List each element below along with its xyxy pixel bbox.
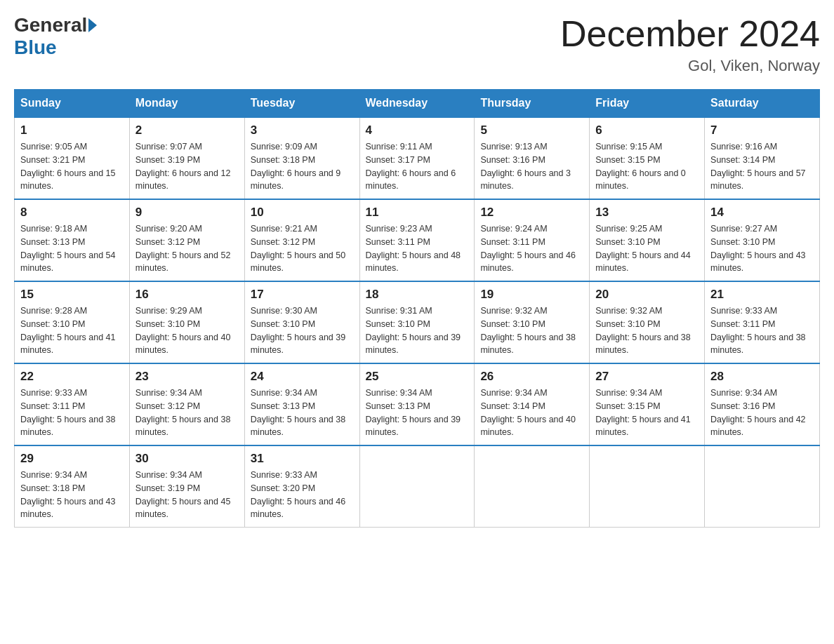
col-sunday: Sunday: [15, 90, 130, 118]
calendar-cell: 26Sunrise: 9:34 AMSunset: 3:14 PMDayligh…: [475, 363, 590, 445]
day-info: Sunrise: 9:34 AMSunset: 3:15 PMDaylight:…: [595, 387, 699, 439]
day-info: Sunrise: 9:31 AMSunset: 3:10 PMDaylight:…: [366, 304, 469, 357]
calendar-cell: [705, 445, 820, 528]
day-info: Sunrise: 9:07 AMSunset: 3:19 PMDaylight:…: [135, 140, 239, 193]
col-saturday: Saturday: [705, 90, 820, 118]
calendar-cell: 31Sunrise: 9:33 AMSunset: 3:20 PMDayligh…: [244, 445, 359, 528]
calendar-cell: 25Sunrise: 9:34 AMSunset: 3:13 PMDayligh…: [359, 363, 475, 445]
day-number: 12: [480, 206, 583, 220]
calendar-cell: 7Sunrise: 9:16 AMSunset: 3:14 PMDaylight…: [705, 117, 820, 199]
calendar-cell: [359, 445, 475, 528]
day-number: 15: [20, 288, 124, 302]
calendar-cell: 14Sunrise: 9:27 AMSunset: 3:10 PMDayligh…: [705, 199, 820, 281]
col-friday: Friday: [590, 90, 705, 118]
day-number: 26: [480, 370, 583, 384]
day-info: Sunrise: 9:13 AMSunset: 3:16 PMDaylight:…: [480, 140, 583, 193]
calendar-cell: 3Sunrise: 9:09 AMSunset: 3:18 PMDaylight…: [244, 117, 359, 199]
calendar-cell: 28Sunrise: 9:34 AMSunset: 3:16 PMDayligh…: [705, 363, 820, 445]
day-number: 25: [366, 370, 469, 384]
day-number: 19: [480, 288, 583, 302]
calendar-cell: 22Sunrise: 9:33 AMSunset: 3:11 PMDayligh…: [15, 363, 130, 445]
day-number: 17: [251, 288, 354, 302]
day-info: Sunrise: 9:30 AMSunset: 3:10 PMDaylight:…: [251, 304, 354, 357]
day-number: 7: [710, 123, 814, 137]
col-monday: Monday: [129, 90, 244, 118]
calendar-cell: 10Sunrise: 9:21 AMSunset: 3:12 PMDayligh…: [244, 199, 359, 281]
week-row-2: 8Sunrise: 9:18 AMSunset: 3:13 PMDaylight…: [15, 199, 820, 281]
day-info: Sunrise: 9:15 AMSunset: 3:15 PMDaylight:…: [595, 140, 699, 193]
week-row-4: 22Sunrise: 9:33 AMSunset: 3:11 PMDayligh…: [15, 363, 820, 445]
calendar-cell: 15Sunrise: 9:28 AMSunset: 3:10 PMDayligh…: [15, 281, 130, 363]
calendar-cell: 1Sunrise: 9:05 AMSunset: 3:21 PMDaylight…: [15, 117, 130, 199]
day-number: 30: [135, 452, 239, 466]
week-row-1: 1Sunrise: 9:05 AMSunset: 3:21 PMDaylight…: [15, 117, 820, 199]
day-number: 11: [366, 206, 469, 220]
calendar-cell: 16Sunrise: 9:29 AMSunset: 3:10 PMDayligh…: [129, 281, 244, 363]
logo-arrow-icon: [88, 18, 97, 32]
calendar-cell: 6Sunrise: 9:15 AMSunset: 3:15 PMDaylight…: [590, 117, 705, 199]
day-info: Sunrise: 9:23 AMSunset: 3:11 PMDaylight:…: [366, 222, 469, 275]
day-number: 23: [135, 370, 239, 384]
calendar-cell: [590, 445, 705, 528]
col-tuesday: Tuesday: [244, 90, 359, 118]
day-number: 9: [135, 206, 239, 220]
calendar-cell: 18Sunrise: 9:31 AMSunset: 3:10 PMDayligh…: [359, 281, 475, 363]
calendar-cell: 29Sunrise: 9:34 AMSunset: 3:18 PMDayligh…: [15, 445, 130, 528]
day-info: Sunrise: 9:33 AMSunset: 3:11 PMDaylight:…: [20, 387, 124, 439]
day-info: Sunrise: 9:18 AMSunset: 3:13 PMDaylight:…: [20, 222, 124, 275]
day-number: 27: [595, 370, 699, 384]
calendar-cell: 9Sunrise: 9:20 AMSunset: 3:12 PMDaylight…: [129, 199, 244, 281]
calendar-cell: 13Sunrise: 9:25 AMSunset: 3:10 PMDayligh…: [590, 199, 705, 281]
day-info: Sunrise: 9:33 AMSunset: 3:11 PMDaylight:…: [710, 304, 814, 357]
logo: General Blue: [14, 14, 98, 59]
day-info: Sunrise: 9:27 AMSunset: 3:10 PMDaylight:…: [710, 222, 814, 275]
month-title: December 2024: [560, 14, 820, 54]
day-number: 14: [710, 206, 814, 220]
calendar-cell: 21Sunrise: 9:33 AMSunset: 3:11 PMDayligh…: [705, 281, 820, 363]
day-info: Sunrise: 9:11 AMSunset: 3:17 PMDaylight:…: [366, 140, 469, 193]
day-info: Sunrise: 9:34 AMSunset: 3:13 PMDaylight:…: [366, 387, 469, 439]
location: Gol, Viken, Norway: [560, 57, 820, 75]
day-info: Sunrise: 9:34 AMSunset: 3:19 PMDaylight:…: [135, 469, 239, 521]
day-info: Sunrise: 9:34 AMSunset: 3:16 PMDaylight:…: [710, 387, 814, 439]
day-info: Sunrise: 9:16 AMSunset: 3:14 PMDaylight:…: [710, 140, 814, 193]
week-row-3: 15Sunrise: 9:28 AMSunset: 3:10 PMDayligh…: [15, 281, 820, 363]
day-number: 18: [366, 288, 469, 302]
day-number: 20: [595, 288, 699, 302]
day-info: Sunrise: 9:09 AMSunset: 3:18 PMDaylight:…: [251, 140, 354, 193]
day-number: 3: [251, 123, 354, 137]
day-info: Sunrise: 9:34 AMSunset: 3:14 PMDaylight:…: [480, 387, 583, 439]
title-block: December 2024 Gol, Viken, Norway: [560, 14, 820, 75]
day-info: Sunrise: 9:05 AMSunset: 3:21 PMDaylight:…: [20, 140, 124, 193]
day-number: 8: [20, 206, 124, 220]
day-number: 16: [135, 288, 239, 302]
logo-general-text: General: [14, 14, 87, 36]
day-info: Sunrise: 9:34 AMSunset: 3:13 PMDaylight:…: [251, 387, 354, 439]
day-number: 13: [595, 206, 699, 220]
calendar-cell: 23Sunrise: 9:34 AMSunset: 3:12 PMDayligh…: [129, 363, 244, 445]
day-number: 28: [710, 370, 814, 384]
day-info: Sunrise: 9:20 AMSunset: 3:12 PMDaylight:…: [135, 222, 239, 275]
day-info: Sunrise: 9:25 AMSunset: 3:10 PMDaylight:…: [595, 222, 699, 275]
page-header: General Blue December 2024 Gol, Viken, N…: [14, 14, 820, 75]
calendar-cell: 4Sunrise: 9:11 AMSunset: 3:17 PMDaylight…: [359, 117, 475, 199]
calendar-cell: 24Sunrise: 9:34 AMSunset: 3:13 PMDayligh…: [244, 363, 359, 445]
col-thursday: Thursday: [475, 90, 590, 118]
calendar-cell: 30Sunrise: 9:34 AMSunset: 3:19 PMDayligh…: [129, 445, 244, 528]
day-info: Sunrise: 9:34 AMSunset: 3:18 PMDaylight:…: [20, 469, 124, 521]
calendar-cell: 19Sunrise: 9:32 AMSunset: 3:10 PMDayligh…: [475, 281, 590, 363]
day-info: Sunrise: 9:34 AMSunset: 3:12 PMDaylight:…: [135, 387, 239, 439]
logo-blue-text: Blue: [14, 36, 57, 59]
calendar-cell: 2Sunrise: 9:07 AMSunset: 3:19 PMDaylight…: [129, 117, 244, 199]
day-number: 6: [595, 123, 699, 137]
day-info: Sunrise: 9:24 AMSunset: 3:11 PMDaylight:…: [480, 222, 583, 275]
day-info: Sunrise: 9:33 AMSunset: 3:20 PMDaylight:…: [251, 469, 354, 521]
calendar-cell: [475, 445, 590, 528]
day-info: Sunrise: 9:29 AMSunset: 3:10 PMDaylight:…: [135, 304, 239, 357]
calendar-cell: 8Sunrise: 9:18 AMSunset: 3:13 PMDaylight…: [15, 199, 130, 281]
calendar-cell: 17Sunrise: 9:30 AMSunset: 3:10 PMDayligh…: [244, 281, 359, 363]
day-info: Sunrise: 9:32 AMSunset: 3:10 PMDaylight:…: [595, 304, 699, 357]
day-info: Sunrise: 9:28 AMSunset: 3:10 PMDaylight:…: [20, 304, 124, 357]
day-number: 2: [135, 123, 239, 137]
calendar-cell: 27Sunrise: 9:34 AMSunset: 3:15 PMDayligh…: [590, 363, 705, 445]
